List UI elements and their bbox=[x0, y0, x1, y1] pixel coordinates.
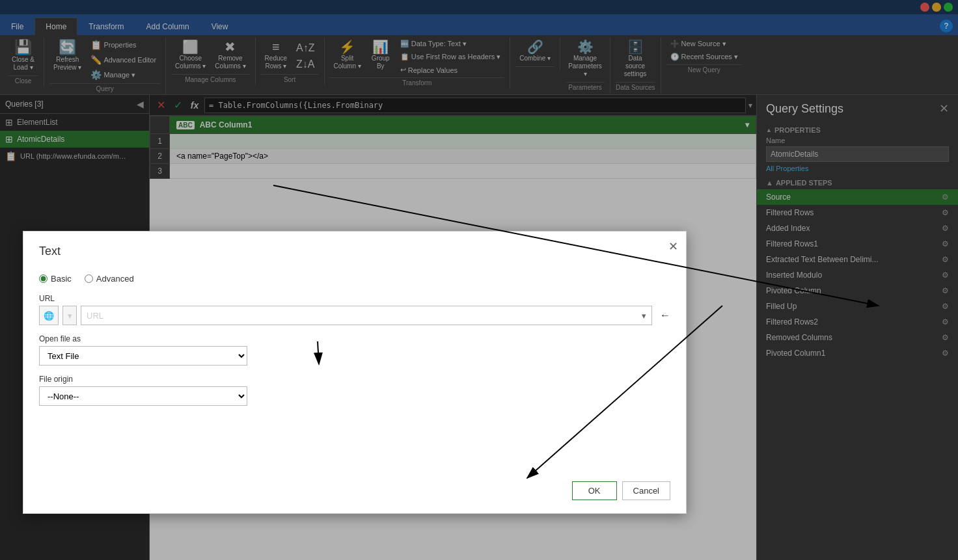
basic-radio[interactable] bbox=[39, 274, 48, 283]
url-dropdown[interactable]: URL ▾ bbox=[81, 306, 652, 325]
text-dialog: ✕ Text Basic Advanced URL 🌐 ▾ bbox=[23, 231, 687, 514]
open-as-row: Text File bbox=[39, 346, 670, 366]
file-origin-row: --None-- bbox=[39, 386, 670, 406]
dialog-close-btn[interactable]: ✕ bbox=[668, 239, 678, 254]
file-origin-select[interactable]: --None-- bbox=[39, 386, 247, 406]
basic-radio-label[interactable]: Basic bbox=[39, 274, 72, 284]
ok-button[interactable]: OK bbox=[572, 481, 617, 500]
advanced-radio[interactable] bbox=[85, 274, 93, 283]
dialog-footer: OK Cancel bbox=[572, 481, 670, 500]
url-field-row: 🌐 ▾ URL ▾ ← bbox=[39, 306, 670, 325]
open-as-select[interactable]: Text File bbox=[39, 346, 247, 366]
advanced-radio-label[interactable]: Advanced bbox=[85, 274, 134, 284]
dialog-body: Basic Advanced URL 🌐 ▾ URL ▾ ← Open bbox=[23, 266, 686, 423]
url-field-label: URL bbox=[39, 294, 670, 303]
url-dropdown-chevron: ▾ bbox=[642, 311, 646, 321]
file-origin-label: File origin bbox=[39, 375, 670, 384]
arrow-indicator: ← bbox=[660, 310, 670, 321]
open-as-label: Open file as bbox=[39, 334, 670, 343]
url-icon: 🌐 bbox=[44, 311, 54, 321]
url-icon-btn[interactable]: 🌐 bbox=[39, 306, 59, 325]
cancel-button[interactable]: Cancel bbox=[622, 481, 670, 500]
advanced-label: Advanced bbox=[96, 274, 134, 284]
url-dropdown-arrow[interactable]: ▾ bbox=[62, 306, 77, 325]
basic-label: Basic bbox=[51, 274, 72, 284]
url-value: URL bbox=[87, 311, 103, 321]
dialog-title: Text bbox=[23, 232, 686, 266]
radio-group: Basic Advanced bbox=[39, 274, 670, 284]
